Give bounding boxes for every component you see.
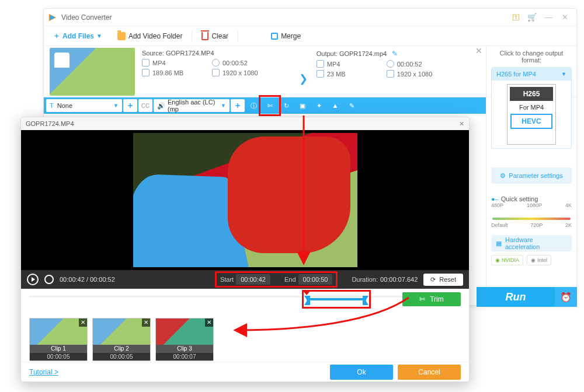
out-size: 23 MB <box>327 71 346 78</box>
folder-icon <box>117 32 126 40</box>
watermark-icon[interactable]: ▲ <box>328 99 343 112</box>
format-preview: H265 For MP4 HEVC <box>507 84 556 145</box>
size-icon <box>317 70 324 78</box>
out-res: 1920 x 1080 <box>397 71 433 78</box>
timeline-track[interactable]: ✄ Trim <box>21 289 469 314</box>
quality-slider[interactable] <box>492 218 571 220</box>
separator <box>238 31 238 41</box>
trim-titlebar: GOPR1724.MP4 ✕ <box>21 117 469 130</box>
step-button[interactable] <box>44 275 54 284</box>
main-toolbar: ＋ Add Files ▼ Add Video Folder Clear Mer… <box>44 26 576 46</box>
hevc-badge: HEVC <box>510 114 552 129</box>
audio-value: English aac (LC) (mp <box>168 99 221 113</box>
clock-icon <box>387 60 394 68</box>
close-button[interactable]: ✕ <box>557 13 573 22</box>
clip-close-icon[interactable]: ✕ <box>79 318 87 327</box>
cc-button[interactable]: CC <box>138 99 152 112</box>
clear-button[interactable]: Clear <box>197 30 233 43</box>
clip-name: Clip 3 <box>156 345 213 353</box>
nvidia-badge: ◉ NVIDIA <box>491 255 523 265</box>
playhead-time: 00:00:42 / 00:00:52 <box>60 276 115 283</box>
parameter-settings-button[interactable]: ⚙ Parameter settings <box>491 167 572 184</box>
output-info: ✕ Output: GOPR1724.mp4 ✎ MP4 00:00:52 23… <box>310 46 486 97</box>
video-thumbnail[interactable] <box>50 48 135 96</box>
trim-close-button[interactable]: ✕ <box>459 120 464 128</box>
separator <box>192 31 192 41</box>
edit-icon[interactable]: ✎ <box>344 99 359 112</box>
right-panel: Click to change output format: H265 for … <box>486 46 576 305</box>
start-label: Start <box>220 276 234 283</box>
codec-badge: H265 <box>510 87 553 101</box>
scissors-trim-button[interactable]: ✄ <box>262 99 277 112</box>
titlebar: Video Converter ⚿ 🛒 — ✕ <box>44 9 576 26</box>
pencil-icon[interactable]: ✎ <box>392 50 398 58</box>
preview-frame[interactable] <box>133 133 357 267</box>
info-icon[interactable]: ⓘ <box>246 99 261 112</box>
run-button[interactable]: Run <box>477 287 555 307</box>
preview-area <box>21 130 469 270</box>
clip-2[interactable]: ✕ Clip 2 00:00:05 <box>92 318 151 361</box>
trim-btn-label: Trim <box>430 295 444 303</box>
trim-range-highlight: Start 00:00:42 End 00:00:50 <box>215 271 338 288</box>
rotate-icon[interactable]: ↻ <box>279 99 294 112</box>
run-bar: Run ⏰ <box>477 287 577 307</box>
source-filename: GOPR1724.MP4 <box>166 50 214 57</box>
clip-3[interactable]: ✕ Clip 3 00:00:07 <box>155 318 214 361</box>
trim-range-marker[interactable] <box>304 292 369 306</box>
merge-button[interactable]: Merge <box>266 30 305 43</box>
source-prefix: Source: <box>142 50 164 57</box>
src-res: 1920 x 1080 <box>223 69 258 76</box>
clock-icon <box>212 59 220 66</box>
start-value[interactable]: 00:00:42 <box>236 274 270 285</box>
cart-icon[interactable]: 🛒 <box>524 13 540 22</box>
quick-setting: ●–Quick setting 480P 1080P 4K Default 72… <box>491 195 572 228</box>
qs-4k: 4K <box>565 202 572 208</box>
subtitle-select[interactable]: T None ▼ <box>46 99 122 112</box>
output-format-selector[interactable]: H265 for MP4 ▼ H265 For MP4 HEVC <box>491 67 572 149</box>
output-prefix: Output: <box>317 50 338 57</box>
cancel-button[interactable]: Cancel <box>398 365 461 380</box>
plus-icon: ＋ <box>53 31 60 41</box>
trim-title: GOPR1724.MP4 <box>26 120 74 127</box>
effects-icon[interactable]: ✦ <box>311 99 326 112</box>
sliders-icon: ⚙ <box>500 172 506 180</box>
src-duration: 00:00:52 <box>223 60 248 66</box>
playback-controls: 00:00:42 / 00:00:52 Start 00:00:42 End 0… <box>21 270 469 289</box>
crop-icon[interactable]: ▣ <box>295 99 310 112</box>
qs-1080p: 1080P <box>527 202 542 208</box>
reset-button[interactable]: ⟳ Reset <box>423 274 463 286</box>
clip-time: 00:00:05 <box>93 353 150 360</box>
minimize-button[interactable]: — <box>540 13 557 22</box>
clip-name: Clip 1 <box>30 345 87 353</box>
trim-button[interactable]: ✄ Trim <box>402 292 461 306</box>
qs-2k: 2K <box>565 222 572 228</box>
add-audio-button[interactable]: ＋ <box>231 99 245 112</box>
clip-close-icon[interactable]: ✕ <box>205 318 213 327</box>
duration-value: 00:00:07.642 <box>380 276 418 283</box>
add-files-button[interactable]: ＋ Add Files ▼ <box>48 29 110 43</box>
end-value[interactable]: 00:00:50 <box>298 274 333 285</box>
tutorial-link[interactable]: Tutorial > <box>29 368 58 376</box>
trim-footer: Tutorial > Ok Cancel <box>21 362 469 382</box>
ok-button[interactable]: Ok <box>330 365 393 380</box>
add-folder-button[interactable]: Add Video Folder <box>113 30 187 43</box>
clip-close-icon[interactable]: ✕ <box>142 318 150 327</box>
audio-select[interactable]: 🔊 English aac (LC) (mp ▼ <box>154 99 230 112</box>
add-subtitle-button[interactable]: ＋ <box>123 99 137 112</box>
schedule-button[interactable]: ⏰ <box>555 287 577 307</box>
format-icon <box>142 59 150 66</box>
play-button[interactable] <box>27 274 39 285</box>
qs-720p: 720P <box>530 222 543 228</box>
qs-default: Default <box>491 222 508 228</box>
duration-group: Duration: 00:00:07.642 <box>352 276 418 283</box>
remove-file-button[interactable]: ✕ <box>475 46 482 55</box>
hw-accel-button[interactable]: ▦ Hardware acceleration <box>491 235 572 251</box>
chevron-down-icon: ▼ <box>96 33 102 39</box>
trim-dialog: GOPR1724.MP4 ✕ 00:00:42 / 00:00:52 Start… <box>20 117 470 382</box>
chevron-down-icon: ▼ <box>113 103 119 108</box>
hw-label: Hardware acceleration <box>505 236 567 250</box>
key-icon[interactable]: ⚿ <box>507 13 524 22</box>
clip-name: Clip 2 <box>93 345 150 353</box>
clip-1[interactable]: ✕ Clip 1 00:00:05 <box>29 318 88 361</box>
param-label: Parameter settings <box>509 172 562 179</box>
